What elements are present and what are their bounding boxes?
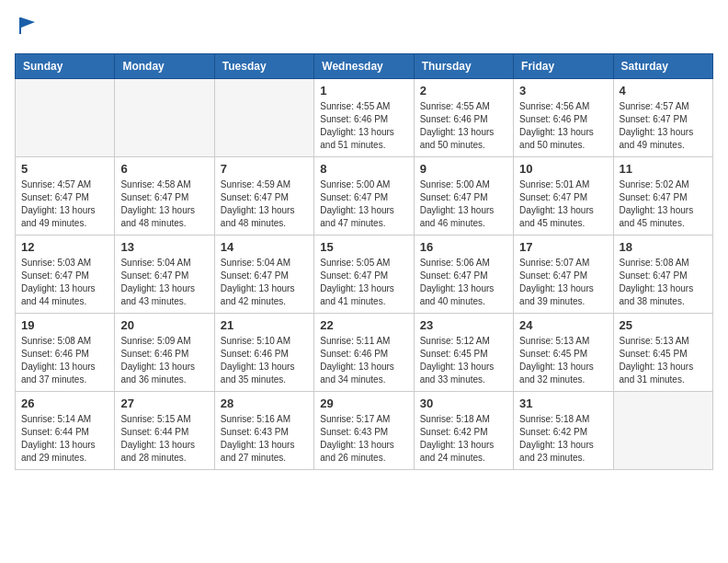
calendar-cell: 5Sunrise: 4:57 AM Sunset: 6:47 PM Daylig… <box>16 156 115 235</box>
day-number: 30 <box>420 396 507 410</box>
day-info: Sunrise: 5:18 AM Sunset: 6:42 PM Dayligh… <box>519 413 607 465</box>
day-number: 10 <box>519 162 607 176</box>
calendar-cell: 7Sunrise: 4:59 AM Sunset: 6:47 PM Daylig… <box>214 156 313 235</box>
calendar-cell: 19Sunrise: 5:08 AM Sunset: 6:46 PM Dayli… <box>16 313 115 391</box>
day-info: Sunrise: 4:59 AM Sunset: 6:47 PM Dayligh… <box>221 178 308 230</box>
logo <box>15 15 39 42</box>
day-number: 5 <box>21 162 108 176</box>
day-number: 1 <box>320 84 407 98</box>
week-row-2: 5Sunrise: 4:57 AM Sunset: 6:47 PM Daylig… <box>16 156 713 235</box>
calendar-cell: 1Sunrise: 4:55 AM Sunset: 6:46 PM Daylig… <box>314 78 414 156</box>
calendar-cell <box>115 78 214 156</box>
calendar-cell: 20Sunrise: 5:09 AM Sunset: 6:46 PM Dayli… <box>115 313 214 391</box>
day-number: 8 <box>320 162 407 176</box>
calendar-cell: 8Sunrise: 5:00 AM Sunset: 6:47 PM Daylig… <box>314 156 414 235</box>
day-number: 15 <box>320 240 407 254</box>
calendar-cell: 3Sunrise: 4:56 AM Sunset: 6:46 PM Daylig… <box>514 78 613 156</box>
calendar-cell: 4Sunrise: 4:57 AM Sunset: 6:47 PM Daylig… <box>613 78 712 156</box>
day-info: Sunrise: 4:55 AM Sunset: 6:46 PM Dayligh… <box>320 100 407 152</box>
calendar-cell: 10Sunrise: 5:01 AM Sunset: 6:47 PM Dayli… <box>514 156 613 235</box>
calendar-cell: 18Sunrise: 5:08 AM Sunset: 6:47 PM Dayli… <box>613 235 712 313</box>
day-info: Sunrise: 4:57 AM Sunset: 6:47 PM Dayligh… <box>21 178 108 230</box>
calendar-cell: 26Sunrise: 5:14 AM Sunset: 6:44 PM Dayli… <box>16 391 115 469</box>
day-number: 16 <box>420 240 507 254</box>
svg-marker-0 <box>19 17 35 34</box>
calendar-cell: 11Sunrise: 5:02 AM Sunset: 6:47 PM Dayli… <box>613 156 712 235</box>
calendar-cell: 17Sunrise: 5:07 AM Sunset: 6:47 PM Dayli… <box>514 235 613 313</box>
day-info: Sunrise: 5:05 AM Sunset: 6:47 PM Dayligh… <box>320 257 407 308</box>
day-number: 24 <box>519 318 607 332</box>
calendar-cell: 13Sunrise: 5:04 AM Sunset: 6:47 PM Dayli… <box>115 235 214 313</box>
day-info: Sunrise: 5:00 AM Sunset: 6:47 PM Dayligh… <box>320 178 407 230</box>
day-info: Sunrise: 5:11 AM Sunset: 6:46 PM Dayligh… <box>320 335 407 386</box>
calendar-cell: 31Sunrise: 5:18 AM Sunset: 6:42 PM Dayli… <box>514 391 613 469</box>
calendar-cell: 14Sunrise: 5:04 AM Sunset: 6:47 PM Dayli… <box>214 235 313 313</box>
day-info: Sunrise: 5:09 AM Sunset: 6:46 PM Dayligh… <box>120 335 208 386</box>
calendar-cell: 21Sunrise: 5:10 AM Sunset: 6:46 PM Dayli… <box>214 313 313 391</box>
calendar-table: SundayMondayTuesdayWednesdayThursdayFrid… <box>15 53 713 470</box>
day-info: Sunrise: 5:14 AM Sunset: 6:44 PM Dayligh… <box>21 413 108 465</box>
day-info: Sunrise: 5:00 AM Sunset: 6:47 PM Dayligh… <box>420 178 507 230</box>
week-row-4: 19Sunrise: 5:08 AM Sunset: 6:46 PM Dayli… <box>16 313 713 391</box>
week-row-3: 12Sunrise: 5:03 AM Sunset: 6:47 PM Dayli… <box>16 235 713 313</box>
day-info: Sunrise: 4:58 AM Sunset: 6:47 PM Dayligh… <box>120 178 208 230</box>
weekday-header-monday: Monday <box>115 53 214 78</box>
day-info: Sunrise: 5:10 AM Sunset: 6:46 PM Dayligh… <box>221 335 308 386</box>
weekday-header-friday: Friday <box>514 53 613 78</box>
calendar-cell: 15Sunrise: 5:05 AM Sunset: 6:47 PM Dayli… <box>314 235 414 313</box>
day-number: 11 <box>620 162 707 176</box>
page-header <box>15 15 713 42</box>
calendar-cell: 2Sunrise: 4:55 AM Sunset: 6:46 PM Daylig… <box>414 78 513 156</box>
day-number: 6 <box>120 162 208 176</box>
weekday-header-row: SundayMondayTuesdayWednesdayThursdayFrid… <box>16 53 713 78</box>
day-info: Sunrise: 4:55 AM Sunset: 6:46 PM Dayligh… <box>420 100 507 152</box>
day-info: Sunrise: 5:03 AM Sunset: 6:47 PM Dayligh… <box>21 257 108 308</box>
day-info: Sunrise: 5:01 AM Sunset: 6:47 PM Dayligh… <box>519 178 607 230</box>
day-number: 7 <box>221 162 308 176</box>
calendar-cell: 23Sunrise: 5:12 AM Sunset: 6:45 PM Dayli… <box>414 313 513 391</box>
day-info: Sunrise: 5:17 AM Sunset: 6:43 PM Dayligh… <box>320 413 407 465</box>
day-info: Sunrise: 5:07 AM Sunset: 6:47 PM Dayligh… <box>519 257 607 308</box>
day-number: 13 <box>120 240 208 254</box>
calendar-cell <box>214 78 313 156</box>
day-number: 28 <box>221 396 308 410</box>
day-number: 29 <box>320 396 407 410</box>
weekday-header-saturday: Saturday <box>613 53 712 78</box>
day-number: 26 <box>21 396 108 410</box>
day-info: Sunrise: 5:13 AM Sunset: 6:45 PM Dayligh… <box>620 335 707 386</box>
day-info: Sunrise: 5:12 AM Sunset: 6:45 PM Dayligh… <box>420 335 507 386</box>
day-number: 18 <box>620 240 707 254</box>
day-number: 25 <box>620 318 707 332</box>
calendar-cell: 12Sunrise: 5:03 AM Sunset: 6:47 PM Dayli… <box>16 235 115 313</box>
day-info: Sunrise: 4:57 AM Sunset: 6:47 PM Dayligh… <box>620 100 707 152</box>
calendar-cell: 24Sunrise: 5:13 AM Sunset: 6:45 PM Dayli… <box>514 313 613 391</box>
day-number: 12 <box>21 240 108 254</box>
calendar-cell: 9Sunrise: 5:00 AM Sunset: 6:47 PM Daylig… <box>414 156 513 235</box>
calendar-cell: 28Sunrise: 5:16 AM Sunset: 6:43 PM Dayli… <box>214 391 313 469</box>
weekday-header-thursday: Thursday <box>414 53 513 78</box>
day-info: Sunrise: 5:15 AM Sunset: 6:44 PM Dayligh… <box>120 413 208 465</box>
weekday-header-sunday: Sunday <box>16 53 115 78</box>
day-number: 23 <box>420 318 507 332</box>
calendar-cell: 25Sunrise: 5:13 AM Sunset: 6:45 PM Dayli… <box>613 313 712 391</box>
logo-flag-icon <box>17 15 39 37</box>
day-info: Sunrise: 5:18 AM Sunset: 6:42 PM Dayligh… <box>420 413 507 465</box>
day-number: 31 <box>519 396 607 410</box>
calendar-cell: 22Sunrise: 5:11 AM Sunset: 6:46 PM Dayli… <box>314 313 414 391</box>
day-info: Sunrise: 5:08 AM Sunset: 6:47 PM Dayligh… <box>620 257 707 308</box>
calendar-cell: 16Sunrise: 5:06 AM Sunset: 6:47 PM Dayli… <box>414 235 513 313</box>
day-number: 17 <box>519 240 607 254</box>
day-number: 3 <box>519 84 607 98</box>
day-info: Sunrise: 5:04 AM Sunset: 6:47 PM Dayligh… <box>120 257 208 308</box>
calendar-cell: 29Sunrise: 5:17 AM Sunset: 6:43 PM Dayli… <box>314 391 414 469</box>
calendar-cell: 27Sunrise: 5:15 AM Sunset: 6:44 PM Dayli… <box>115 391 214 469</box>
week-row-5: 26Sunrise: 5:14 AM Sunset: 6:44 PM Dayli… <box>16 391 713 469</box>
day-info: Sunrise: 4:56 AM Sunset: 6:46 PM Dayligh… <box>519 100 607 152</box>
day-number: 9 <box>420 162 507 176</box>
day-info: Sunrise: 5:08 AM Sunset: 6:46 PM Dayligh… <box>21 335 108 386</box>
day-number: 4 <box>620 84 707 98</box>
day-number: 14 <box>221 240 308 254</box>
weekday-header-wednesday: Wednesday <box>314 53 414 78</box>
day-number: 2 <box>420 84 507 98</box>
day-number: 21 <box>221 318 308 332</box>
